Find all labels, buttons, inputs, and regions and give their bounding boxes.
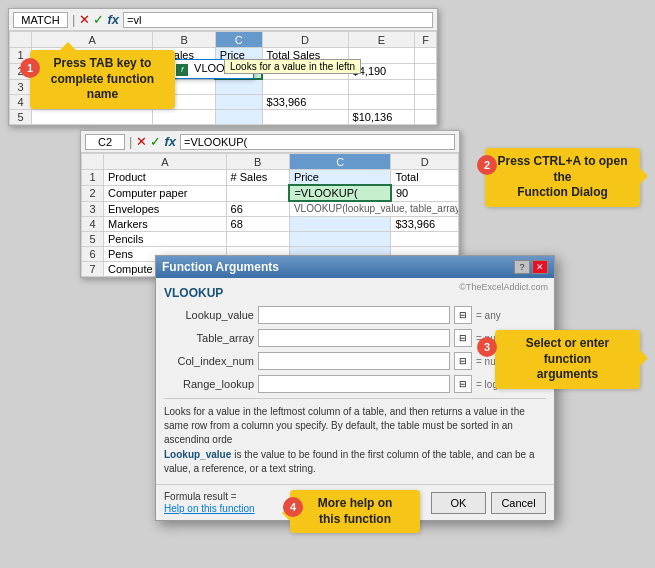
top-name-box[interactable]: MATCH (13, 12, 68, 28)
dialog-close-button[interactable]: ✕ (532, 260, 548, 274)
callout-help: More help onthis function (290, 490, 420, 533)
dialog-titlebar: Function Arguments ? ✕ (156, 256, 554, 278)
cell-e4[interactable] (348, 94, 415, 109)
arg-input-2[interactable] (258, 329, 450, 347)
cell-f2[interactable] (415, 63, 437, 79)
col-header-c[interactable]: C (215, 32, 262, 48)
cell-e5[interactable]: $10,136 (348, 109, 415, 124)
dialog-help-button[interactable]: ? (514, 260, 530, 274)
arg-collapse-4[interactable]: ⊟ (454, 375, 472, 393)
arg-input-1[interactable] (258, 306, 450, 324)
cancel-icon2[interactable]: ✕ (136, 135, 147, 148)
callout-args: Select or enter functionarguments (495, 330, 640, 389)
arg-collapse-3[interactable]: ⊟ (454, 352, 472, 370)
b-cell-a4[interactable]: Markers (104, 216, 227, 231)
dialog-footer-buttons: OK Cancel (431, 492, 546, 514)
b-cell-c3[interactable]: VLOOKUP(lookup_value, table_array, col_i… (289, 201, 458, 216)
b-cell-c4[interactable] (289, 216, 391, 231)
row-num: 7 (82, 261, 104, 276)
table-row: 3 Envelopes 66 VLOOKUP(lookup_value, tab… (82, 201, 459, 216)
dialog-title: Function Arguments (162, 260, 279, 274)
b-cell-c2[interactable]: =VLOOKUP( (289, 185, 391, 201)
cell-f4[interactable] (415, 94, 437, 109)
b-cell-a5[interactable]: Pencils (104, 231, 227, 246)
col2-header-b[interactable]: B (226, 154, 289, 170)
col-header-f[interactable]: F (415, 32, 437, 48)
help-link[interactable]: Help on this function (164, 503, 255, 514)
corner-cell2 (82, 154, 104, 170)
cell-c5[interactable] (215, 109, 262, 124)
col2-header-a[interactable]: A (104, 154, 227, 170)
b-cell-b2[interactable] (226, 185, 289, 201)
b-cell-a3[interactable]: Envelopes (104, 201, 227, 216)
top-formula-bar: MATCH | ✕ ✓ fx =vl (9, 9, 437, 31)
cell-a5[interactable] (32, 109, 153, 124)
top-formula-input[interactable]: =vl (123, 12, 433, 28)
row-num: 3 (82, 201, 104, 216)
col2-header-c[interactable]: C (289, 154, 391, 170)
arg-input-3[interactable] (258, 352, 450, 370)
function-icon: f (176, 64, 188, 76)
cell-d5[interactable] (262, 109, 348, 124)
b-cell-d2[interactable]: 90 (391, 185, 459, 201)
b-cell-d5[interactable] (391, 231, 459, 246)
cell-f5[interactable] (415, 109, 437, 124)
vlookup-tooltip: Looks for a value in the leftn (224, 59, 361, 74)
b-cell-d4[interactable]: $33,966 (391, 216, 459, 231)
dialog-copyright: ©TheExcelAddict.com (459, 282, 548, 292)
fx-icon[interactable]: fx (107, 13, 119, 26)
col-header-e[interactable]: E (348, 32, 415, 48)
arg-label-4: Range_lookup (164, 378, 254, 390)
b-cell-c5[interactable] (289, 231, 391, 246)
cancel-button[interactable]: Cancel (491, 492, 546, 514)
confirm-icon[interactable]: ✓ (93, 13, 104, 26)
cell-f3[interactable] (415, 79, 437, 94)
cancel-icon[interactable]: ✕ (79, 13, 90, 26)
b-cell-a1[interactable]: Product (104, 170, 227, 186)
b-cell-b3[interactable]: 66 (226, 201, 289, 216)
table-row: 1 Product # Sales Price Total (82, 170, 459, 186)
b-cell-a2[interactable]: Computer paper (104, 185, 227, 201)
arg-collapse-2[interactable]: ⊟ (454, 329, 472, 347)
col-header-d[interactable]: D (262, 32, 348, 48)
ok-button[interactable]: OK (431, 492, 486, 514)
desc-text: Looks for a value in the leftmost column… (164, 406, 525, 443)
callout-2-text: Press CTRL+A to open theFunction Dialog (498, 154, 628, 199)
confirm-icon2[interactable]: ✓ (150, 135, 161, 148)
cell-c3[interactable] (215, 79, 262, 94)
cell-e3[interactable] (348, 79, 415, 94)
fb-icons: ✕ ✓ fx (79, 13, 119, 26)
b-cell-b5[interactable] (226, 231, 289, 246)
bottom-name-box[interactable]: C2 (85, 134, 125, 150)
bottom-formula-input[interactable]: =VLOOKUP( (180, 134, 455, 150)
row-num: 3 (10, 79, 32, 94)
col-header-b[interactable]: B (153, 32, 216, 48)
arg-label-3: Col_index_num (164, 355, 254, 367)
col2-header-d[interactable]: D (391, 154, 459, 170)
row-num: 4 (82, 216, 104, 231)
callout-tab: Press TAB key tocomplete function name (30, 50, 175, 109)
b-cell-b1[interactable]: # Sales (226, 170, 289, 186)
cell-b5[interactable] (153, 109, 216, 124)
cell-d3[interactable] (262, 79, 348, 94)
col-header-a[interactable]: A (32, 32, 153, 48)
fx-icon2[interactable]: fx (164, 135, 176, 148)
table-row: 5 Pencils (82, 231, 459, 246)
row-num: 4 (10, 94, 32, 109)
table-row: 2 Computer paper =VLOOKUP( 90 (82, 185, 459, 201)
b-cell-b4[interactable]: 68 (226, 216, 289, 231)
b-cell-c1[interactable]: Price (289, 170, 391, 186)
row-num: 5 (82, 231, 104, 246)
formula-result: Formula result = (164, 491, 255, 502)
fb-sep2: | (129, 134, 132, 149)
arg-type-1: = any (476, 310, 546, 321)
arg-detail: Lookup_value is the value to be found in… (164, 448, 546, 476)
cell-f1[interactable] (415, 48, 437, 64)
cell-c4[interactable] (215, 94, 262, 109)
cell-d4[interactable]: $33,966 (262, 94, 348, 109)
row-num: 6 (82, 246, 104, 261)
fb-icons2: ✕ ✓ fx (136, 135, 176, 148)
b-cell-d1[interactable]: Total (391, 170, 459, 186)
arg-collapse-1[interactable]: ⊟ (454, 306, 472, 324)
arg-input-4[interactable] (258, 375, 450, 393)
